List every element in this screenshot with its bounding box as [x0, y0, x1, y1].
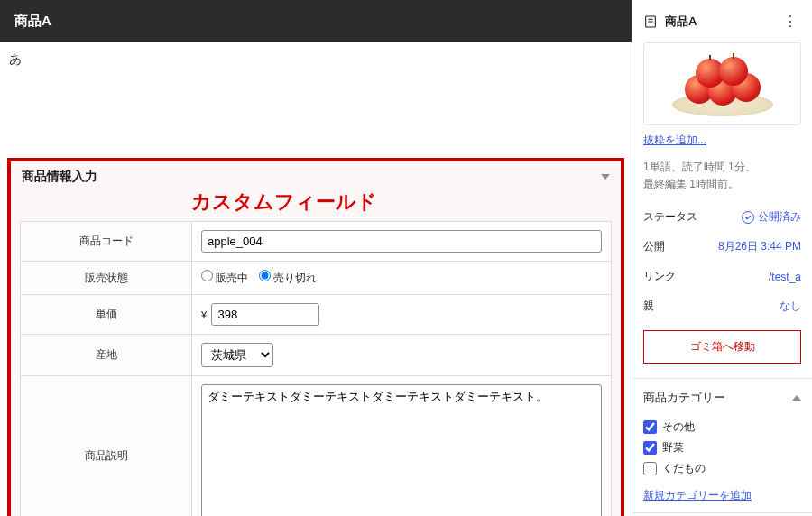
field-label: 単価	[21, 295, 192, 335]
meta-line: 最終編集 1時間前。	[643, 176, 801, 193]
category-panel-toggle[interactable]: 商品カテゴリー	[632, 379, 812, 417]
apples-illustration	[669, 51, 777, 116]
panel-title: 商品カテゴリー	[643, 390, 725, 406]
radio-label: 販売中	[216, 272, 248, 284]
category-panel-body: その他野菜くだもの	[632, 417, 812, 488]
post-icon	[643, 14, 658, 29]
category-item[interactable]: 野菜	[643, 438, 801, 458]
kv-label: 親	[643, 299, 654, 314]
kv-label: ステータス	[643, 209, 697, 225]
status-text: 公開済み	[758, 209, 801, 225]
status-soldout-option[interactable]: 売り切れ	[259, 272, 317, 284]
status-onsale-option[interactable]: 販売中	[201, 272, 252, 284]
page-title-bar: 商品A	[0, 0, 632, 42]
move-to-trash-button[interactable]: ゴミ箱へ移動	[643, 330, 801, 364]
field-label: 商品説明	[21, 376, 192, 517]
parent-value[interactable]: なし	[780, 299, 801, 314]
price-input[interactable]	[211, 303, 319, 326]
radio-label: 売り切れ	[273, 272, 317, 284]
page-title: 商品A	[14, 13, 51, 28]
category-label: その他	[662, 419, 695, 435]
description-textarea[interactable]: ダミーテキストダミーテキストダミーテキストダミーテキスト。	[201, 384, 602, 516]
category-label: 野菜	[662, 440, 684, 456]
meta-line: 1単語、読了時間 1分。	[643, 159, 801, 176]
collapse-icon[interactable]	[601, 174, 610, 180]
product-code-input[interactable]	[201, 230, 602, 253]
kv-label: 公開	[643, 239, 665, 254]
post-content-text: あ	[9, 51, 22, 66]
radio-soldout[interactable]	[259, 270, 271, 281]
custom-field-overlay-label: カスタムフィールド	[191, 189, 621, 216]
field-label: 商品コード	[21, 222, 192, 262]
chevron-up-icon	[792, 395, 801, 401]
category-checkbox[interactable]	[643, 462, 657, 475]
kv-label: リンク	[643, 269, 676, 284]
field-label: 販売状態	[21, 262, 192, 295]
category-checkbox[interactable]	[643, 441, 657, 455]
origin-select[interactable]: 茨城県	[201, 343, 273, 367]
post-meta-text: 1単語、読了時間 1分。 最終編集 1時間前。	[632, 157, 812, 202]
category-label: くだもの	[662, 461, 706, 476]
add-excerpt-link[interactable]: 抜粋を追加...	[643, 134, 706, 146]
sidebar-post-title: 商品A	[665, 14, 772, 30]
featured-image[interactable]	[643, 42, 801, 125]
custom-field-metabox: 商品情報入力 カスタムフィールド 商品コード 販売状態 販売中	[7, 158, 624, 516]
sidebar: 商品A ⋮ 抜粋を追加... 1単語、読了時間 1分。 最終編集 1時間前。 ス…	[632, 0, 812, 516]
post-content[interactable]: あ	[0, 42, 632, 77]
category-item[interactable]: くだもの	[643, 458, 801, 479]
kebab-icon[interactable]: ⋮	[780, 11, 801, 32]
publish-date-value[interactable]: 8月26日 3:44 PM	[718, 239, 801, 254]
check-circle-icon	[742, 211, 754, 224]
status-value[interactable]: 公開済み	[742, 209, 801, 225]
field-label: 産地	[21, 335, 192, 376]
radio-onsale[interactable]	[201, 270, 213, 281]
add-category-link[interactable]: 新規カテゴリーを追加	[643, 489, 752, 502]
custom-field-table: 商品コード 販売状態 販売中 売り切れ	[20, 221, 612, 516]
permalink-value[interactable]: /test_a	[769, 271, 801, 283]
category-checkbox[interactable]	[643, 420, 657, 434]
category-item[interactable]: その他	[643, 417, 801, 438]
yen-symbol: ¥	[201, 309, 207, 320]
metabox-heading: 商品情報入力	[22, 169, 97, 185]
